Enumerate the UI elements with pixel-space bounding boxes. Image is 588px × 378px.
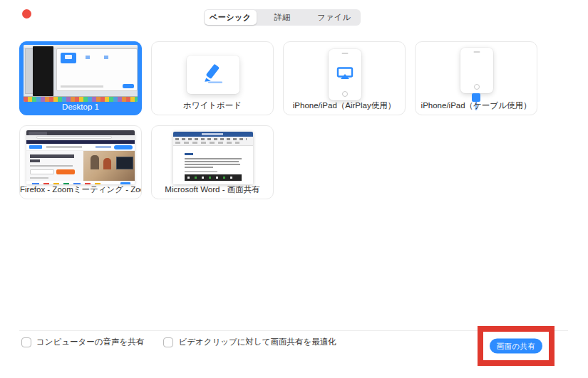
thumb-dock [24,96,138,102]
iphone-shape [460,48,493,93]
share-mode-tabs: ベーシック 詳細 ファイル [204,9,361,26]
tile-label: Microsoft Word - 画面共有 [152,184,273,195]
signup-cta [114,145,133,149]
word-document-page [173,146,253,184]
footer-options: コンピューターの音声を共有 ビデオクリップに対して画面共有を最適化 [21,337,336,347]
phone-home-button [474,84,480,90]
nav-link [96,146,111,148]
tile-iphone-cable[interactable]: iPhone/iPad（ケーブル使用） [415,41,537,115]
thumb-mini-icon [86,56,90,59]
tile-label: iPhone/iPad（ケーブル使用） [416,100,537,111]
word-ribbon [173,137,253,146]
hero-signup-button [56,169,75,174]
thumb-mini-icon [104,56,108,59]
thumb-mini-selected-tile [61,53,76,63]
thumb-mini-text [61,85,103,88]
doc-text-line [185,164,240,165]
phone-speaker [342,53,349,54]
airplay-icon [336,67,354,83]
hero-monitor [116,157,133,169]
zoom-logo [29,145,42,149]
hero-person [91,155,99,169]
doc-text-line [185,158,242,159]
tab-files[interactable]: ファイル [308,10,360,25]
tile-label: ホワイトボード [152,100,273,111]
doc-heading [185,153,193,155]
site-hero [26,151,135,181]
tile-firefox-window[interactable]: Firefox - Zoomミーティング - Zoom... [19,125,142,199]
doc-text-line [185,161,239,162]
optimize-video-option[interactable]: ビデオクリップに対して画面共有を最適化 [163,337,336,347]
tile-word-window[interactable]: Microsoft Word - 画面共有 [151,125,274,199]
hero-heading-line [30,159,40,162]
hero-photo [83,151,135,181]
firefox-thumbnail [26,130,135,184]
phone-speaker [474,51,480,53]
doc-caption-line [185,171,217,172]
word-thumbnail [173,132,253,184]
tile-whiteboard[interactable]: ホワイトボード [151,41,274,115]
checkbox-label: コンピューターの音声を共有 [36,337,144,347]
share-sound-option[interactable]: コンピューターの音声を共有 [21,337,144,347]
whiteboard-card [187,56,239,94]
tile-label: Firefox - Zoomミーティング - Zoom... [20,184,141,195]
annotation-highlight-box: 画面の共有 [478,326,555,366]
hero-person [103,158,111,169]
checkbox-share-sound[interactable] [21,337,31,347]
hero-email-input [30,169,54,174]
phone-home-button [342,91,348,97]
nav-menu-lines [46,146,82,148]
browser-chrome [26,130,135,135]
doc-text-line [185,167,213,168]
tab-advanced[interactable]: 詳細 [257,10,309,25]
window-close-button[interactable] [22,9,31,19]
checkbox-label: ビデオクリップに対して画面共有を最適化 [178,337,336,347]
iphone-shape [329,49,361,100]
tile-label: iPhone/iPad（AirPlay使用） [284,100,405,111]
thumb-share-dialog [56,48,138,91]
thumb-mini-button [123,84,134,88]
share-screen-button[interactable]: 画面の共有 [490,339,542,354]
word-titlebar [173,132,253,137]
hero-heading-line [30,154,74,158]
pencil-icon [201,63,225,87]
doc-embedded-image [185,174,242,181]
tab-basic[interactable]: ベーシック [205,10,257,25]
hero-smalltext [30,177,48,179]
thumb-dark-panel [33,46,53,96]
desktop1-thumbnail [24,45,138,102]
browser-urlbar [26,135,135,140]
checkbox-optimize-video[interactable] [163,337,173,347]
share-screen-dialog: ベーシック 詳細 ファイル Desktop 1 [0,0,588,378]
hero-paragraph-line [30,165,73,167]
tile-label: Desktop 1 [20,103,141,111]
site-navbar [26,144,135,151]
tile-iphone-airplay[interactable]: iPhone/iPad（AirPlay使用） [283,41,406,115]
tile-desktop-1[interactable]: Desktop 1 [19,41,142,115]
